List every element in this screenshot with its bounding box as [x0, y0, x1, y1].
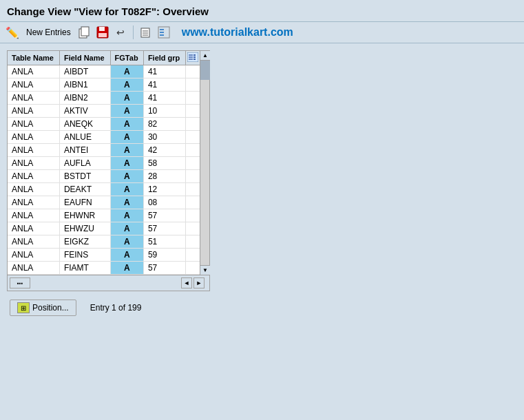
cell-field-grp: 59	[143, 249, 185, 262]
vertical-scrollbar[interactable]: ▲ ▼	[200, 51, 209, 275]
table-row[interactable]: ANLAEHWNRA57	[8, 209, 200, 222]
scroll-up-btn[interactable]: ▲	[200, 51, 210, 61]
cell-table-name: ANLA	[8, 235, 59, 249]
table-row[interactable]: ANLAFIAMTA57	[8, 262, 200, 275]
cell-field-name: AUFLA	[59, 157, 110, 170]
table-row[interactable]: ANLAAIBN1A41	[8, 78, 200, 92]
table-row[interactable]: ANLAEHWZUA57	[8, 222, 200, 235]
col-header-settings[interactable]	[186, 51, 200, 65]
cell-field-name: AKTIV	[59, 105, 110, 118]
cell-fg-tab: A	[110, 222, 143, 235]
cell-table-name: ANLA	[8, 144, 59, 157]
cell-table-name: ANLA	[8, 196, 59, 209]
cell-field-name: EIGKZ	[59, 235, 110, 249]
copy-icon[interactable]	[78, 25, 92, 39]
col-header-field-name: Field Name	[59, 51, 110, 65]
cell-empty	[186, 209, 200, 222]
cell-field-name: ANEQK	[59, 118, 110, 131]
cell-fg-tab: A	[110, 262, 143, 275]
cell-fg-tab: A	[110, 170, 143, 183]
svg-rect-3	[99, 27, 105, 31]
cell-table-name: ANLA	[8, 209, 59, 222]
table-row[interactable]: ANLAAUFLAA58	[8, 157, 200, 170]
cell-table-name: ANLA	[8, 262, 59, 275]
settings-icon[interactable]	[157, 25, 171, 39]
cell-table-name: ANLA	[8, 65, 59, 78]
cell-field-grp: 12	[143, 183, 185, 196]
svg-rect-17	[193, 54, 196, 56]
table-body: ANLAAIBDTA41ANLAAIBN1A41ANLAAIBN2A41ANLA…	[8, 65, 200, 275]
cell-field-name: FIAMT	[59, 262, 110, 275]
cell-empty	[186, 183, 200, 196]
table-row[interactable]: ANLADEAKTA12	[8, 183, 200, 196]
cell-field-grp: 57	[143, 262, 185, 275]
cell-empty	[186, 262, 200, 275]
footer-action-btn[interactable]: ▪▪▪	[10, 277, 30, 288]
nav-arrows: ◄ ►	[180, 277, 205, 289]
cell-field-grp: 41	[143, 78, 185, 92]
cell-field-name: AIBN1	[59, 78, 110, 92]
cell-field-name: AIBN2	[59, 92, 110, 105]
cell-table-name: ANLA	[8, 92, 59, 105]
svg-rect-18	[193, 56, 196, 58]
nav-left-btn[interactable]: ◄	[181, 277, 192, 288]
col-header-fgtab: FGTab	[110, 51, 143, 65]
scroll-down-btn[interactable]: ▼	[200, 265, 210, 275]
cell-empty	[186, 170, 200, 183]
table-row[interactable]: ANLAAKTIVA10	[8, 105, 200, 118]
cell-field-grp: 41	[143, 65, 185, 78]
table-row[interactable]: ANLAEIGKZA51	[8, 235, 200, 249]
cell-empty	[186, 235, 200, 249]
table-footer: ▪▪▪ ◄ ►	[8, 275, 209, 291]
position-btn-label: Position...	[32, 303, 69, 313]
new-entries-button[interactable]: New Entries	[23, 26, 74, 39]
table-row[interactable]: ANLAANLUEA30	[8, 131, 200, 144]
cell-field-grp: 42	[143, 144, 185, 157]
col-header-field-grp: Field grp	[143, 51, 185, 65]
table-row[interactable]: ANLAFEINSA59	[8, 249, 200, 262]
cell-field-name: FEINS	[59, 249, 110, 262]
title-bar: Change View "View for T082F": Overview	[0, 0, 524, 22]
cell-field-grp: 57	[143, 222, 185, 235]
cell-empty	[186, 131, 200, 144]
cell-field-name: AIBDT	[59, 65, 110, 78]
copy2-icon[interactable]	[139, 25, 153, 39]
cell-fg-tab: A	[110, 78, 143, 92]
cell-fg-tab: A	[110, 118, 143, 131]
table-row[interactable]: ANLAEAUFNA08	[8, 196, 200, 209]
cell-field-name: EHWZU	[59, 222, 110, 235]
position-icon: ⊞	[17, 302, 30, 313]
cell-empty	[186, 78, 200, 92]
cell-fg-tab: A	[110, 209, 143, 222]
cell-field-grp: 57	[143, 209, 185, 222]
table-row[interactable]: ANLAANEQKA82	[8, 118, 200, 131]
scroll-thumb[interactable]	[200, 61, 210, 80]
cell-field-grp: 58	[143, 157, 185, 170]
undo-icon[interactable]: ↩	[114, 25, 127, 39]
cell-field-name: DEAKT	[59, 183, 110, 196]
cell-empty	[186, 105, 200, 118]
cell-table-name: ANLA	[8, 249, 59, 262]
cell-empty	[186, 92, 200, 105]
table-row[interactable]: ANLABSTDTA28	[8, 170, 200, 183]
position-button[interactable]: ⊞ Position...	[10, 300, 76, 316]
new-entries-label: New Entries	[26, 28, 71, 37]
cell-empty	[186, 157, 200, 170]
cell-field-grp: 30	[143, 131, 185, 144]
cell-fg-tab: A	[110, 92, 143, 105]
table-row[interactable]: ANLAANTEIA42	[8, 144, 200, 157]
col-header-table-name: Table Name	[8, 51, 59, 65]
cell-field-grp: 08	[143, 196, 185, 209]
cell-empty	[186, 196, 200, 209]
cell-fg-tab: A	[110, 235, 143, 249]
svg-rect-4	[98, 33, 107, 37]
cell-fg-tab: A	[110, 105, 143, 118]
cell-field-name: ANLUE	[59, 131, 110, 144]
cell-fg-tab: A	[110, 131, 143, 144]
svg-rect-19	[193, 59, 196, 60]
table-row[interactable]: ANLAAIBN2A41	[8, 92, 200, 105]
nav-right-btn[interactable]: ►	[193, 277, 205, 288]
cell-fg-tab: A	[110, 196, 143, 209]
table-row[interactable]: ANLAAIBDTA41	[8, 65, 200, 78]
save-icon[interactable]	[96, 25, 109, 39]
